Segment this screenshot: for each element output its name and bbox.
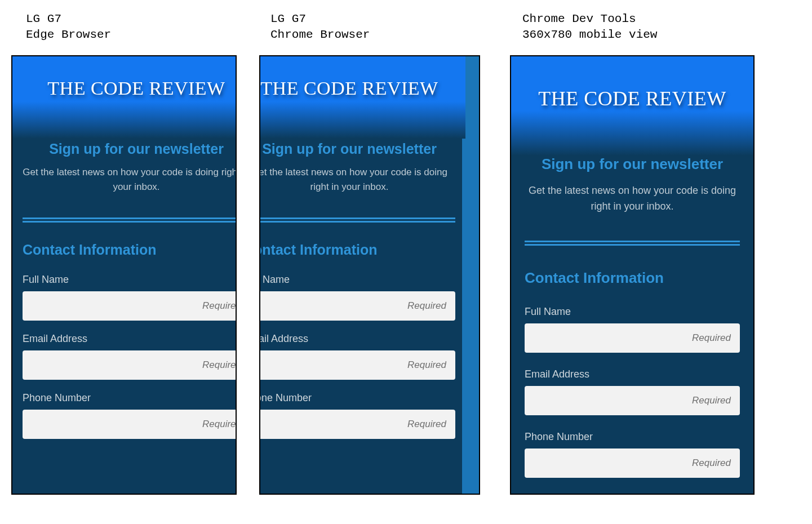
page-title: THE CODE REVIEW xyxy=(517,87,748,110)
full-name-label: Full Name xyxy=(259,274,455,286)
phone-input[interactable] xyxy=(525,448,740,478)
email-field: Email Address xyxy=(525,368,740,415)
divider xyxy=(525,241,740,246)
email-label: Email Address xyxy=(525,368,740,380)
mockup-edge-browser: THE CODE REVIEW Sign up for our newslett… xyxy=(11,55,237,495)
phone-input[interactable] xyxy=(259,410,455,439)
contact-info-heading: Contact Information xyxy=(23,242,237,258)
full-name-input[interactable] xyxy=(259,291,455,321)
page-header: THE CODE REVIEW xyxy=(12,56,237,139)
contact-info-heading: Contact Information xyxy=(259,242,455,258)
full-name-field: Full Name xyxy=(23,274,237,321)
full-name-label: Full Name xyxy=(525,306,740,318)
page-title: THE CODE REVIEW xyxy=(18,78,237,99)
phone-field: Phone Number xyxy=(23,392,237,439)
email-label: Email Address xyxy=(23,333,237,345)
phone-input[interactable] xyxy=(23,410,237,439)
email-input[interactable] xyxy=(525,386,740,415)
divider xyxy=(259,217,455,223)
page-header: THE CODE REVIEW xyxy=(511,56,753,156)
signup-heading: Sign up for our newsletter xyxy=(525,156,740,173)
phone-label: Phone Number xyxy=(259,392,455,404)
mockup-chrome-browser: THE CODE REVIEW Sign up for our newslett… xyxy=(259,55,480,495)
phone-field: Phone Number xyxy=(525,431,740,478)
phone-label: Phone Number xyxy=(23,392,237,404)
full-name-label: Full Name xyxy=(23,274,237,286)
caption-chrome: LG G7 Chrome Browser xyxy=(270,11,370,43)
email-label: Email Address xyxy=(259,333,455,345)
email-field: Email Address xyxy=(23,333,237,380)
page-header: THE CODE REVIEW xyxy=(259,56,465,139)
tagline-text: Get the latest news on how your code is … xyxy=(525,183,740,215)
email-input[interactable] xyxy=(259,350,455,380)
full-name-field: Full Name xyxy=(525,306,740,353)
signup-heading: Sign up for our newsletter xyxy=(23,141,237,157)
full-name-field: Full Name xyxy=(259,274,455,321)
email-field: Email Address xyxy=(259,333,455,380)
signup-heading: Sign up for our newsletter xyxy=(259,141,455,157)
mockup-devtools-mobile: THE CODE REVIEW Sign up for our newslett… xyxy=(510,55,755,495)
full-name-input[interactable] xyxy=(23,291,237,321)
phone-label: Phone Number xyxy=(525,431,740,443)
full-name-input[interactable] xyxy=(525,323,740,353)
tagline-text: Get the latest news on how your code is … xyxy=(259,165,455,195)
email-input[interactable] xyxy=(23,350,237,380)
contact-info-heading: Contact Information xyxy=(525,269,740,287)
caption-devtools: Chrome Dev Tools 360x780 mobile view xyxy=(522,11,657,43)
tagline-text: Get the latest news on how your code is … xyxy=(23,165,237,195)
page-title: THE CODE REVIEW xyxy=(259,78,460,99)
caption-edge: LG G7 Edge Browser xyxy=(26,11,111,43)
phone-field: Phone Number xyxy=(259,392,455,439)
divider xyxy=(23,217,237,223)
